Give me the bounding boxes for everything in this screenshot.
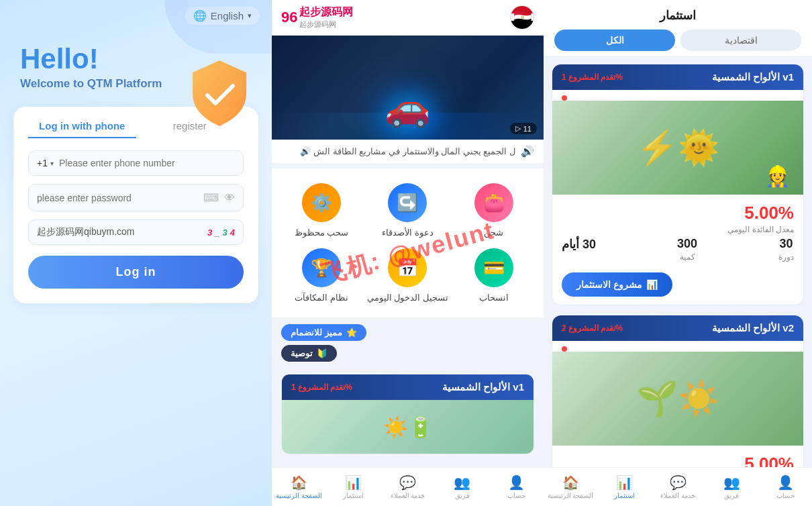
- logo-icon: 96: [281, 9, 297, 26]
- middle-panel: 飞机: @welunt 96 起步源码网 起步源码网 🇪🇬 🚗 ▷ 11 🔊 ل…: [272, 0, 544, 506]
- password-icons: ⌨ 👁: [203, 191, 235, 204]
- middle-content: 🔊 ل الجميع يجني المال والاستثمار في مشار…: [272, 140, 544, 467]
- icon-checkin[interactable]: 📅 تسجيل الدخول اليومي: [364, 243, 450, 308]
- icon-friends[interactable]: ↪️ دعوة الأصدقاء: [364, 178, 450, 243]
- invest-card-2-dot-row: [552, 341, 803, 352]
- invest-days-unit: 30 أيام: [562, 237, 596, 252]
- login-card: Log in with phone register +1 ▾ ⌨ 👁 3 _ …: [13, 107, 258, 303]
- product-title: v1 الألواح الشمسية: [442, 381, 524, 393]
- solar-image-icon: ☀️🔋: [383, 415, 433, 439]
- product-card-mid: v1 الألواح الشمسية %تقدم المشروع 1 ☀️🔋: [281, 374, 534, 454]
- invest-days-key: دورة: [778, 252, 794, 262]
- solar-panels-icon: ⚡🌞: [636, 128, 719, 167]
- product-progress: %تقدم المشروع 1: [291, 383, 352, 392]
- solar-panels-icon-2: 🌱☀️: [636, 379, 719, 418]
- invest-stats-row-1: 30 دورة 300 كمية 30 أيام: [562, 237, 794, 262]
- right-invest-icon: 📊: [616, 474, 633, 491]
- right-home-icon: 🏠: [562, 474, 579, 491]
- product-image: ☀️🔋: [282, 400, 534, 454]
- icon-recharge[interactable]: 👛 شحن: [451, 178, 537, 243]
- product-card-header: v1 الألواح الشمسية %تقدم المشروع 1: [282, 374, 534, 400]
- right-nav-account[interactable]: 👤 حساب: [758, 472, 812, 502]
- friends-icon: ↪️: [388, 183, 427, 222]
- invest-card-2-header: v2 الألواح الشمسية %تقدم المشروع 2: [552, 315, 803, 341]
- right-bottom-nav: 🏠 الصفحة الرئيسية 📊 استثمار 💬 خدمة العمل…: [544, 467, 812, 506]
- invest-card-1-header: v1 الألواح الشمسية %تقدم المشروع 1: [552, 64, 803, 90]
- right-nav-support[interactable]: 💬 خدمة العملاء: [651, 472, 705, 502]
- right-support-icon: 💬: [670, 474, 687, 491]
- invest-button-1[interactable]: 📊 مشروع الاستثمار: [562, 272, 672, 297]
- prefix-arrow-icon: ▾: [50, 160, 54, 167]
- invest-card-1-image: ⚡🌞 👷: [552, 101, 803, 195]
- tab-all[interactable]: الكل: [554, 30, 675, 51]
- invest-card-2: v2 الألواح الشمسية %تقدم المشروع 2 🌱☀️ 5…: [552, 315, 804, 467]
- icon-cashout[interactable]: 💳 انسحاب: [451, 243, 537, 308]
- recommend-badge: 🔰 توصية: [281, 345, 337, 362]
- phone-input-row: +1 ▾: [28, 150, 244, 176]
- phone-input[interactable]: [59, 158, 235, 168]
- right-nav-home[interactable]: 🏠 الصفحة الرئيسية: [544, 472, 597, 502]
- tab-login-phone[interactable]: Log in with phone: [28, 120, 136, 138]
- invest-rate-2: 5.00%: [562, 454, 794, 467]
- checkin-label: تسجيل الدخول اليومي: [367, 293, 448, 303]
- invest-label: استثمار: [343, 492, 364, 499]
- captcha-char-4: 4: [230, 227, 235, 238]
- team-icon: 👥: [454, 474, 470, 491]
- nav-account[interactable]: 👤 حساب: [489, 472, 544, 502]
- right-nav-team[interactable]: 👥 فريق: [705, 472, 758, 502]
- invest-card-1-stats: 5.00% معدل الفائدة اليومي 30 دورة 300 كم…: [552, 195, 803, 267]
- banner-lines: [272, 113, 544, 140]
- nav-invest[interactable]: 📊 استثمار: [326, 472, 380, 502]
- nav-team[interactable]: 👥 فريق: [435, 472, 489, 502]
- right-team-label: فريق: [724, 492, 739, 499]
- nav-home[interactable]: 🏠 الصفحة الرئيسية: [272, 472, 326, 502]
- invest-rate-label-1: معدل الفائدة اليومي: [562, 225, 794, 234]
- right-support-label: خدمة العملاء: [660, 492, 695, 499]
- invest-days-val: 30: [779, 237, 793, 251]
- right-account-label: حساب: [776, 492, 795, 499]
- star-icon: ⭐: [346, 327, 357, 338]
- middle-header: 96 起步源码网 起步源码网 🇪🇬: [272, 0, 544, 36]
- banner-counter: ▷ 11: [510, 123, 537, 134]
- recharge-label: شحن: [484, 227, 503, 238]
- country-flag[interactable]: 🇪🇬: [510, 5, 534, 30]
- shield-decoration: [179, 54, 260, 134]
- invest-icon: 📊: [345, 474, 362, 491]
- account-icon: 👤: [508, 474, 525, 491]
- tab-economy[interactable]: اقتصادية: [680, 30, 801, 51]
- login-button[interactable]: Log in: [28, 256, 244, 289]
- captcha-input[interactable]: [37, 227, 207, 238]
- friends-label: دعوة الأصدقاء: [382, 227, 434, 238]
- chart-bar-icon: 📊: [646, 279, 658, 290]
- marquee-text: ل الجميع يجني المال والاستثمار في مشاريع…: [281, 146, 515, 156]
- withdraw-icon: ⚙️: [302, 183, 341, 222]
- right-nav-invest[interactable]: 📊 استثمار: [597, 472, 651, 502]
- icon-rewards[interactable]: 🏆 نظام المكافآت: [278, 243, 364, 308]
- checkin-icon: 📅: [388, 248, 427, 287]
- logo-text: 起步源码网: [299, 5, 353, 19]
- account-label: حساب: [507, 492, 525, 499]
- captcha-char-2: _: [215, 227, 219, 238]
- play-icon: ▷: [515, 124, 521, 133]
- marquee-bar: 🔊 ل الجميع يجني المال والاستثمار في مشار…: [272, 140, 544, 163]
- eye-icon[interactable]: 👁: [224, 192, 235, 204]
- invest-card-2-stats: 5.00% معدل الفائدة اليومي 30 دورة 500 كم…: [552, 446, 803, 467]
- right-title: استثمار: [554, 8, 801, 23]
- keyboard-icon[interactable]: ⌨: [203, 191, 219, 204]
- worker-icon: 👷: [765, 164, 790, 188]
- right-tabs: الكل اقتصادية: [554, 30, 801, 51]
- invest-card-1: v1 الألواح الشمسية %تقدم المشروع 1 ⚡🌞 👷 …: [552, 64, 804, 305]
- left-panel: 🌐 English ▾ Hello! Welcome to QTM Platfo…: [0, 0, 272, 506]
- right-invest-label: استثمار: [614, 492, 635, 499]
- invest-rate-1: 5.00%: [562, 203, 794, 223]
- password-input[interactable]: [37, 193, 203, 203]
- nav-support[interactable]: 💬 خدمة العملاء: [380, 472, 435, 502]
- cashout-icon: 💳: [474, 248, 513, 287]
- withdraw-label: سحب محظوظ: [295, 227, 349, 238]
- feature-icons-grid: ⚙️ سحب محظوظ ↪️ دعوة الأصدقاء 👛 شحن 🏆 نظ…: [272, 168, 544, 317]
- phone-prefix-selector[interactable]: +1 ▾: [37, 158, 54, 168]
- right-home-label: الصفحة الرئيسية: [548, 492, 594, 499]
- featured-label: مميز للانضمام: [291, 327, 342, 338]
- password-input-row: ⌨ 👁: [28, 184, 244, 211]
- icon-withdraw[interactable]: ⚙️ سحب محظوظ: [278, 178, 364, 243]
